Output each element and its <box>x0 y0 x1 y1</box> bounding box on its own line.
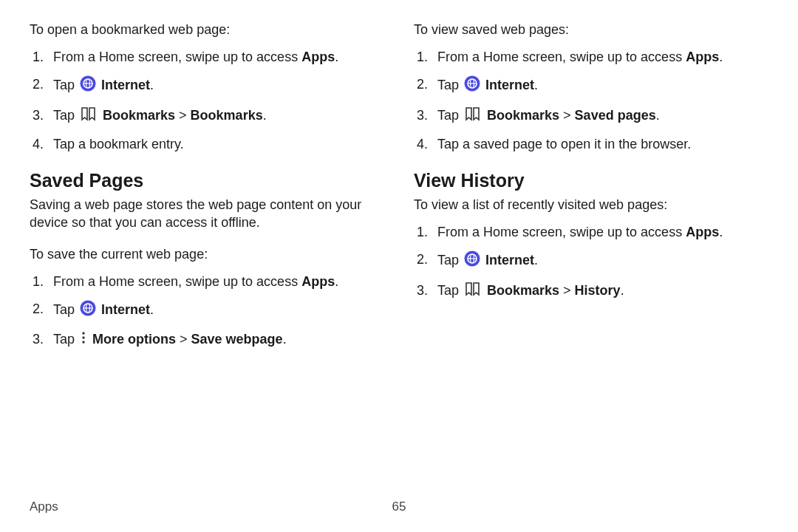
step-text: Tap <box>437 283 463 298</box>
steps-view-history: From a Home screen, swipe up to access A… <box>414 223 768 301</box>
bookmarks-label: Bookmarks <box>487 283 559 298</box>
step: From a Home screen, swipe up to access A… <box>30 48 384 66</box>
step: Tap Internet. <box>30 75 384 97</box>
step-text: Tap <box>437 108 463 123</box>
step: Tap Bookmarks > History. <box>414 282 768 301</box>
period: . <box>621 283 624 298</box>
step: From a Home screen, swipe up to access A… <box>414 48 768 66</box>
step-text: From a Home screen, swipe up to access <box>53 274 301 289</box>
saved-pages-label: Saved pages <box>575 108 656 123</box>
bookmarks-icon <box>464 282 482 301</box>
content-columns: To open a bookmarked web page: From a Ho… <box>30 21 768 366</box>
step-text: Tap <box>437 253 463 268</box>
step: Tap a bookmark entry. <box>30 135 384 154</box>
period: . <box>656 108 660 123</box>
footer-page-number: 65 <box>392 499 406 514</box>
step-text: From a Home screen, swipe up to access <box>53 50 301 64</box>
step-text: Tap <box>53 302 78 317</box>
step-text: Tap <box>53 78 78 93</box>
internet-icon <box>80 300 96 321</box>
internet-label: Internet <box>101 78 150 93</box>
intro-save-page: To save the current web page: <box>30 245 384 264</box>
internet-icon <box>464 75 480 97</box>
internet-label: Internet <box>101 302 150 317</box>
apps-label: Apps <box>301 274 335 289</box>
heading-saved-pages: Saved Pages <box>30 170 384 191</box>
period: . <box>150 78 154 93</box>
bookmarks-icon <box>80 106 98 126</box>
svg-point-8 <box>82 332 84 334</box>
page-footer: Apps 65 <box>30 499 768 514</box>
desc-view-history: To view a list of recently visited web p… <box>414 196 768 214</box>
step: From a Home screen, swipe up to access A… <box>414 223 768 242</box>
apps-label: Apps <box>686 50 719 64</box>
desc-saved-pages: Saving a web page stores the web page co… <box>30 196 384 232</box>
separator: > <box>559 108 575 123</box>
period: . <box>283 332 287 347</box>
apps-label: Apps <box>301 50 335 64</box>
bookmarks-label: Bookmarks <box>487 108 559 123</box>
more-options-label: More options <box>92 332 176 347</box>
more-options-icon <box>80 330 87 350</box>
svg-point-9 <box>82 336 84 338</box>
intro-open-bookmark: To open a bookmarked web page: <box>30 21 384 39</box>
period: . <box>335 274 338 289</box>
intro-view-saved: To view saved web pages: <box>414 21 768 39</box>
period: . <box>335 50 338 64</box>
internet-icon <box>80 75 96 97</box>
internet-label: Internet <box>485 78 534 93</box>
svg-point-10 <box>82 341 84 343</box>
apps-label: Apps <box>686 225 719 239</box>
period: . <box>719 50 723 64</box>
steps-save-page: From a Home screen, swipe up to access A… <box>30 273 384 351</box>
period: . <box>534 253 538 268</box>
period: . <box>534 78 538 93</box>
heading-view-history: View History <box>414 170 768 191</box>
step: Tap Internet. <box>414 75 768 97</box>
period: . <box>719 225 723 239</box>
period: . <box>150 302 154 317</box>
separator: > <box>175 108 191 123</box>
separator: > <box>559 283 575 298</box>
step-text: From a Home screen, swipe up to access <box>437 225 686 239</box>
step: Tap Bookmarks > Bookmarks. <box>30 106 384 126</box>
step: Tap a saved page to open it in the brows… <box>414 135 768 154</box>
step: Tap Internet. <box>30 300 384 321</box>
bookmarks-sub-label: Bookmarks <box>191 108 263 123</box>
save-webpage-label: Save webpage <box>191 332 283 347</box>
step-text: Tap <box>53 108 78 123</box>
step: Tap More options > Save webpage. <box>30 330 384 350</box>
steps-view-saved: From a Home screen, swipe up to access A… <box>414 48 768 154</box>
bookmarks-icon <box>464 106 482 126</box>
footer-section: Apps <box>30 499 58 514</box>
step-text: Tap <box>53 332 78 347</box>
internet-icon <box>464 250 480 272</box>
step: From a Home screen, swipe up to access A… <box>30 273 384 291</box>
step: Tap Bookmarks > Saved pages. <box>414 106 768 126</box>
left-column: To open a bookmarked web page: From a Ho… <box>30 21 384 366</box>
separator: > <box>176 332 191 347</box>
right-column: To view saved web pages: From a Home scr… <box>414 21 768 366</box>
bookmarks-label: Bookmarks <box>103 108 175 123</box>
step-text: Tap <box>437 78 463 93</box>
step-text: From a Home screen, swipe up to access <box>437 50 686 64</box>
steps-open-bookmark: From a Home screen, swipe up to access A… <box>30 48 384 154</box>
history-label: History <box>575 283 621 298</box>
step: Tap Internet. <box>414 250 768 272</box>
period: . <box>263 108 267 123</box>
internet-label: Internet <box>485 253 534 268</box>
